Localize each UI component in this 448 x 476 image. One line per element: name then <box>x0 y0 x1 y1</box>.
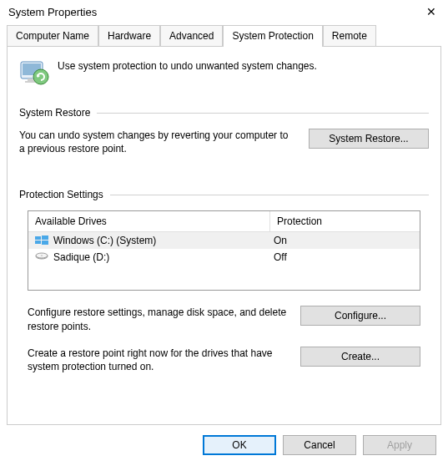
create-row: Create a restore point right now for the… <box>28 347 420 373</box>
col-protection[interactable]: Protection <box>270 211 420 231</box>
window-title: System Properties <box>8 6 97 18</box>
drive-status: On <box>274 235 413 246</box>
divider <box>97 113 429 114</box>
svg-point-4 <box>33 69 48 84</box>
tab-computer-name[interactable]: Computer Name <box>7 25 98 46</box>
svg-point-11 <box>41 256 43 256</box>
tab-hardware[interactable]: Hardware <box>98 25 160 46</box>
tabs: Computer Name Hardware Advanced System P… <box>7 25 441 46</box>
tab-remote[interactable]: Remote <box>323 25 376 46</box>
svg-rect-7 <box>35 241 41 244</box>
intro-text: Use system protection to undo unwanted s… <box>58 58 317 72</box>
footer: OK Cancel Apply <box>0 425 448 455</box>
configure-button[interactable]: Configure... <box>300 306 420 326</box>
drives-table-header: Available Drives Protection <box>28 211 420 232</box>
svg-rect-5 <box>35 236 41 240</box>
titlebar: System Properties ✕ <box>0 0 448 25</box>
tab-system-protection[interactable]: System Protection <box>223 25 322 47</box>
system-restore-label: System Restore <box>19 107 90 119</box>
ok-button[interactable]: OK <box>203 435 276 455</box>
configure-row: Configure restore settings, manage disk … <box>28 306 420 332</box>
tab-panel: Use system protection to undo unwanted s… <box>7 46 441 425</box>
drive-disk-icon <box>35 251 48 263</box>
restore-text: You can undo system changes by reverting… <box>19 129 295 155</box>
close-icon[interactable]: ✕ <box>421 5 441 18</box>
table-row[interactable]: Sadique (D:) Off <box>28 249 420 266</box>
drive-name: Windows (C:) (System) <box>53 235 274 246</box>
restore-row: You can undo system changes by reverting… <box>19 129 429 155</box>
svg-rect-6 <box>42 235 48 240</box>
drive-windows-icon <box>35 235 48 246</box>
protection-settings-header: Protection Settings <box>19 189 429 200</box>
intro-row: Use system protection to undo unwanted s… <box>19 58 429 89</box>
configure-text: Configure restore settings, manage disk … <box>28 306 287 332</box>
apply-button[interactable]: Apply <box>363 435 436 455</box>
drive-status: Off <box>274 251 413 263</box>
tab-advanced[interactable]: Advanced <box>160 25 223 46</box>
col-available-drives[interactable]: Available Drives <box>28 211 270 231</box>
drive-name: Sadique (D:) <box>53 251 274 263</box>
table-row[interactable]: Windows (C:) (System) On <box>28 232 420 249</box>
svg-rect-8 <box>42 241 48 245</box>
system-protection-icon <box>19 58 49 89</box>
system-restore-header: System Restore <box>19 107 429 119</box>
drives-table: Available Drives Protection Windows (C:)… <box>28 210 420 291</box>
protection-settings-label: Protection Settings <box>19 189 103 200</box>
create-button[interactable]: Create... <box>300 347 420 367</box>
cancel-button[interactable]: Cancel <box>283 435 356 455</box>
system-restore-button[interactable]: System Restore... <box>309 129 429 149</box>
divider <box>110 195 429 195</box>
create-text: Create a restore point right now for the… <box>28 347 287 373</box>
